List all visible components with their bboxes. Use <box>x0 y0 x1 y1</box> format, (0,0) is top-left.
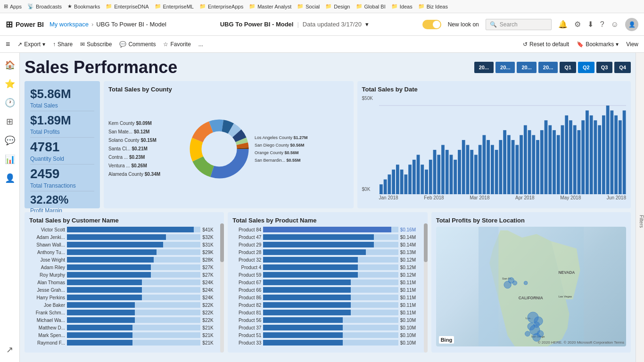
period-btn-2[interactable]: 20... <box>517 62 536 73</box>
bookmark-broadcasts[interactable]: 📡 Broadcasts <box>27 3 62 9</box>
bookmark-ideas[interactable]: 📁 Ideas <box>391 3 413 9</box>
more-button[interactable]: ... <box>198 41 203 48</box>
breadcrumb-report[interactable]: UBG To Power BI - Model <box>96 21 166 28</box>
legend-solano: Solano County $0.15M <box>108 136 184 145</box>
bookmark-design[interactable]: 📁 Design <box>325 3 350 9</box>
quarter-btn-q1[interactable]: Q1 <box>560 62 576 73</box>
product-bar-row: Product 84 $0.16M <box>232 227 422 232</box>
export-button[interactable]: ↗ Export ▾ <box>17 41 45 48</box>
product-bar-value: $0.11M <box>400 288 423 293</box>
bookmarks-button[interactable]: 🔖 Bookmarks ▾ <box>577 41 619 48</box>
bookmark-bookmarks[interactable]: ★ Bookmarks <box>67 3 100 9</box>
sidebar-icon-apps[interactable]: ⊞ <box>1 113 18 130</box>
bookmark-bizideas[interactable]: 📁 Biz Ideas <box>418 3 448 9</box>
customer-bar-fill <box>67 287 142 293</box>
settings-icon[interactable]: ⚙ <box>574 20 581 29</box>
product-scrollbar[interactable] <box>424 223 428 353</box>
search-box[interactable]: 🔍 Search <box>486 19 552 30</box>
svg-rect-63 <box>581 120 585 194</box>
map-panel: Total Profits by Store Location <box>431 212 631 353</box>
bookmark-apps[interactable]: ⊞ Apps <box>4 3 22 9</box>
bookmark-social[interactable]: 📁 Social <box>297 3 320 9</box>
sidebar-icon-favorites[interactable]: ⭐ <box>1 75 18 92</box>
svg-rect-28 <box>437 155 440 194</box>
customer-chart-panel: Total Sales by Customer Name Victor Scot… <box>25 212 224 353</box>
product-bar-row: Product 32 $0.12M <box>232 257 422 263</box>
bookmarks-chevron: ▾ <box>616 41 619 48</box>
notification-icon[interactable]: 🔔 <box>558 20 568 29</box>
period-btn-0[interactable]: 20... <box>474 62 494 73</box>
svg-rect-59 <box>565 115 568 194</box>
quarter-btn-q4[interactable]: Q4 <box>614 62 631 73</box>
breadcrumb-workspace[interactable]: My workspace <box>50 21 89 28</box>
customer-bar-row: Anthony Tu... $29K <box>29 249 219 255</box>
customer-bar-row: Victor Scott $41K <box>29 227 219 232</box>
app-name: Power BI <box>16 21 44 28</box>
product-bar-row: Product 28 $0.13M <box>232 249 422 255</box>
download-icon[interactable]: ⬇ <box>587 20 594 29</box>
customer-bar-track <box>67 257 200 263</box>
svg-rect-49 <box>523 125 527 194</box>
product-name: Product 81 <box>232 310 263 315</box>
kpi-total-profits: $1.89M Total Profits <box>30 113 94 135</box>
donut-legend-right: Los Angeles County $1.27M San Diego Coun… <box>255 134 308 165</box>
period-btn-1[interactable]: 20... <box>495 62 515 73</box>
emoji-icon[interactable]: ☺ <box>611 20 619 29</box>
bookmark-masteranalyst[interactable]: 📁 Master Analyst <box>249 3 291 9</box>
sidebar-icon-home[interactable]: 🏠 <box>1 57 18 74</box>
bookmark-enterpriseml[interactable]: 📁 EnterpriseML <box>155 3 194 9</box>
customer-name: Roy Murphy <box>29 272 67 278</box>
scrollbar[interactable] <box>220 223 224 353</box>
export-chevron: ▾ <box>42 41 45 48</box>
hamburger-icon[interactable]: ≡ <box>6 40 10 49</box>
comments-button[interactable]: 💬 Comments <box>119 41 156 48</box>
grid-icon: ⊞ <box>6 19 13 30</box>
user-avatar[interactable]: 👤 <box>625 18 638 31</box>
customer-bar-value: $22K <box>202 303 219 308</box>
filter-panel[interactable]: Filters <box>636 53 644 362</box>
sidebar-icon-expand[interactable]: ↗ <box>1 341 18 358</box>
quarter-btn-q2[interactable]: Q2 <box>578 62 594 73</box>
bookmark-enterprisedna[interactable]: 📁 EnterpriseDNA <box>106 3 149 9</box>
sidebar-icon-person[interactable]: 👤 <box>1 170 18 187</box>
product-name: Product 32 <box>232 257 263 263</box>
share-button[interactable]: ↑ Share <box>53 41 73 48</box>
customer-bar-fill <box>67 302 135 308</box>
scrollbar-thumb[interactable] <box>220 223 224 262</box>
customer-bar-fill <box>67 340 132 346</box>
dropdown-chevron[interactable]: ▾ <box>365 21 369 28</box>
product-scrollbar-thumb[interactable] <box>424 223 428 262</box>
period-btn-3[interactable]: 20... <box>538 62 558 73</box>
customer-bar-row: Jesse Grah... $24K <box>29 287 219 293</box>
svg-rect-23 <box>416 155 420 194</box>
bookmark-enterpriseapps[interactable]: 📁 EnterpriseApps <box>199 3 243 9</box>
subscribe-button[interactable]: ✉ Subscribe <box>80 41 112 48</box>
view-button[interactable]: View <box>626 41 638 48</box>
sidebar-icon-shared[interactable]: 💬 <box>1 132 18 149</box>
help-icon[interactable]: ? <box>600 20 604 29</box>
svg-rect-75 <box>479 227 498 346</box>
customer-bar-row: Matthew D... $21K <box>29 325 219 330</box>
product-bar-fill <box>263 227 391 232</box>
favorite-button[interactable]: ☆ Favorite <box>163 41 190 48</box>
bookmark-globalbi[interactable]: 📁 Global BI <box>356 3 386 9</box>
product-name: Product 37 <box>232 325 263 330</box>
new-look-toggle[interactable] <box>422 20 441 29</box>
svg-rect-31 <box>449 155 453 194</box>
svg-rect-47 <box>515 145 519 195</box>
customer-name: Jesse Grah... <box>29 288 67 293</box>
svg-rect-60 <box>569 120 572 194</box>
sidebar-icon-recent[interactable]: 🕐 <box>1 94 18 111</box>
customer-bar-track <box>67 227 200 232</box>
reset-button[interactable]: ↺ Reset to default <box>523 41 569 48</box>
customer-bar-value: $22K <box>202 318 219 323</box>
customer-bar-value: $24K <box>202 280 219 285</box>
customer-bar-track <box>67 264 200 270</box>
product-bar-track <box>263 287 398 293</box>
legend-contra: Contra ... $0.23M <box>108 153 184 162</box>
product-bar-fill <box>263 302 351 308</box>
sidebar-icon-workspaces[interactable]: 📊 <box>1 151 18 168</box>
quarter-btn-q3[interactable]: Q3 <box>596 62 613 73</box>
customer-name: Raymond F... <box>29 340 67 346</box>
toolbar-right: ↺ Reset to default 🔖 Bookmarks ▾ View <box>523 41 638 48</box>
